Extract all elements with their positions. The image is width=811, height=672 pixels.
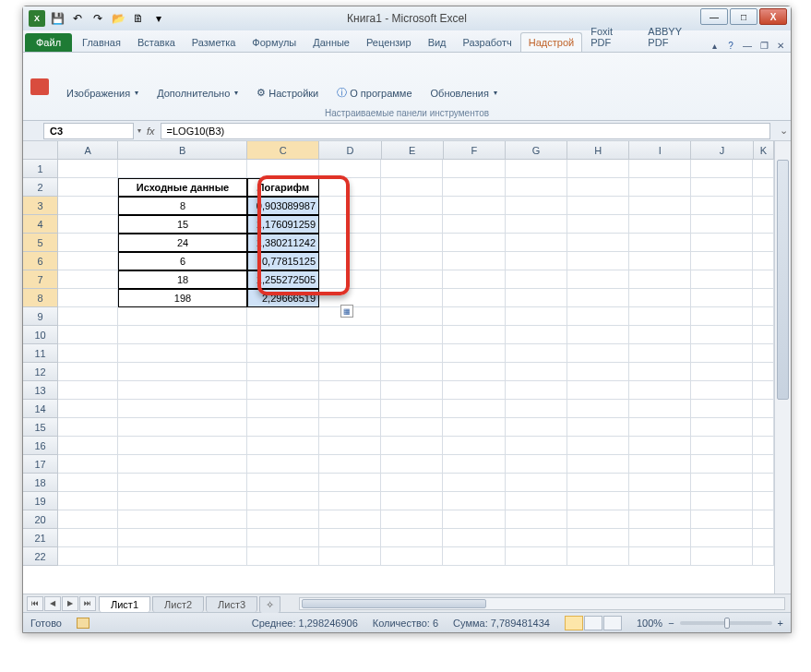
- cell-J11[interactable]: [691, 344, 753, 363]
- cell-F4[interactable]: [443, 215, 505, 234]
- cell-H20[interactable]: [567, 510, 629, 529]
- cell-I21[interactable]: [629, 529, 691, 547]
- col-header-I[interactable]: I: [629, 141, 691, 159]
- cell-E12[interactable]: [381, 363, 443, 381]
- view-page-layout[interactable]: [584, 616, 602, 630]
- cell-J17[interactable]: [691, 455, 753, 474]
- cell-I3[interactable]: [629, 197, 691, 215]
- cell-J6[interactable]: [691, 252, 753, 270]
- cell-G9[interactable]: [506, 307, 567, 326]
- cell-B17[interactable]: [118, 455, 246, 474]
- cell-C9[interactable]: [247, 307, 319, 326]
- row-header-5[interactable]: 5: [23, 234, 58, 252]
- cell-A3[interactable]: [58, 197, 118, 215]
- cell-C12[interactable]: [247, 363, 319, 381]
- doc-icon[interactable]: 🗎: [130, 10, 147, 27]
- cell-J15[interactable]: [691, 418, 753, 437]
- cell-H15[interactable]: [567, 418, 629, 437]
- cell-F3[interactable]: [443, 197, 505, 215]
- cell-B10[interactable]: [118, 326, 246, 344]
- sheet-nav-last[interactable]: ⏭: [79, 596, 96, 611]
- sheet-nav-first[interactable]: ⏮: [27, 596, 43, 611]
- cell-H6[interactable]: [567, 252, 629, 270]
- cell-E16[interactable]: [381, 437, 443, 455]
- cell-A5[interactable]: [58, 234, 118, 252]
- col-header-F[interactable]: F: [444, 141, 506, 159]
- cell-F9[interactable]: [443, 307, 505, 326]
- cell-H9[interactable]: [567, 307, 629, 326]
- cell-H21[interactable]: [567, 529, 629, 547]
- cell-J16[interactable]: [691, 437, 753, 455]
- col-header-G[interactable]: G: [506, 141, 567, 159]
- cell-C14[interactable]: [247, 400, 319, 418]
- cell-I20[interactable]: [629, 510, 691, 529]
- cell-F21[interactable]: [443, 529, 505, 547]
- cell-G12[interactable]: [506, 363, 567, 381]
- tab-view[interactable]: Вид: [420, 32, 455, 52]
- cell-K6[interactable]: [753, 252, 774, 270]
- cell-H3[interactable]: [567, 197, 629, 215]
- cell-H1[interactable]: [567, 160, 629, 178]
- cell-A7[interactable]: [58, 270, 118, 289]
- cell-F14[interactable]: [443, 400, 505, 418]
- cell-B14[interactable]: [118, 400, 246, 418]
- cell-I2[interactable]: [629, 178, 691, 197]
- cell-G22[interactable]: [506, 547, 567, 566]
- cell-H17[interactable]: [567, 455, 629, 474]
- cell-H18[interactable]: [567, 474, 629, 492]
- cell-F18[interactable]: [443, 474, 505, 492]
- cell-A9[interactable]: [58, 307, 118, 326]
- cell-C11[interactable]: [247, 344, 319, 363]
- cell-C22[interactable]: [247, 547, 319, 566]
- zoom-out-button[interactable]: −: [668, 618, 674, 629]
- cell-K2[interactable]: [753, 178, 774, 197]
- cell-A12[interactable]: [58, 363, 118, 381]
- cell-G3[interactable]: [506, 197, 567, 215]
- cell-E2[interactable]: [381, 178, 443, 197]
- cell-A2[interactable]: [58, 178, 118, 197]
- cell-E18[interactable]: [381, 474, 443, 492]
- row-header-11[interactable]: 11: [23, 344, 58, 363]
- cell-I7[interactable]: [629, 270, 691, 289]
- cell-J1[interactable]: [691, 160, 753, 178]
- cell-A13[interactable]: [58, 381, 118, 400]
- cell-G21[interactable]: [506, 529, 567, 547]
- cell-J8[interactable]: [691, 289, 753, 307]
- cell-I5[interactable]: [629, 234, 691, 252]
- cell-C6[interactable]: 0,77815125: [247, 252, 319, 270]
- cell-G16[interactable]: [506, 437, 567, 455]
- view-page-break[interactable]: [603, 616, 622, 630]
- cell-K9[interactable]: [753, 307, 774, 326]
- cell-H7[interactable]: [567, 270, 629, 289]
- cell-G20[interactable]: [506, 510, 567, 529]
- cell-J14[interactable]: [691, 400, 753, 418]
- cell-H14[interactable]: [567, 400, 629, 418]
- cell-I16[interactable]: [629, 437, 691, 455]
- sheet-nav-prev[interactable]: ◀: [44, 596, 61, 611]
- maximize-button[interactable]: □: [730, 8, 757, 25]
- cell-D18[interactable]: [319, 474, 381, 492]
- cell-J12[interactable]: [691, 363, 753, 381]
- cell-A11[interactable]: [58, 344, 118, 363]
- cell-F11[interactable]: [443, 344, 505, 363]
- cell-A10[interactable]: [58, 326, 118, 344]
- cell-K16[interactable]: [753, 437, 774, 455]
- cell-F22[interactable]: [443, 547, 505, 566]
- cell-J18[interactable]: [691, 474, 753, 492]
- cell-K4[interactable]: [753, 215, 774, 234]
- horizontal-scrollbar[interactable]: [299, 597, 785, 610]
- cell-B8[interactable]: 198: [118, 289, 246, 307]
- cell-E4[interactable]: [381, 215, 443, 234]
- cell-G2[interactable]: [506, 178, 567, 197]
- cell-D10[interactable]: [319, 326, 381, 344]
- tab-developer[interactable]: Разработч: [455, 32, 520, 52]
- cell-I14[interactable]: [629, 400, 691, 418]
- cell-K15[interactable]: [753, 418, 774, 437]
- cell-D2[interactable]: [319, 178, 381, 197]
- cell-F15[interactable]: [443, 418, 505, 437]
- cell-H22[interactable]: [567, 547, 629, 566]
- open-icon[interactable]: 📂: [110, 10, 126, 27]
- select-all-corner[interactable]: [23, 141, 58, 160]
- cell-D1[interactable]: [319, 160, 381, 178]
- col-header-D[interactable]: D: [319, 141, 381, 159]
